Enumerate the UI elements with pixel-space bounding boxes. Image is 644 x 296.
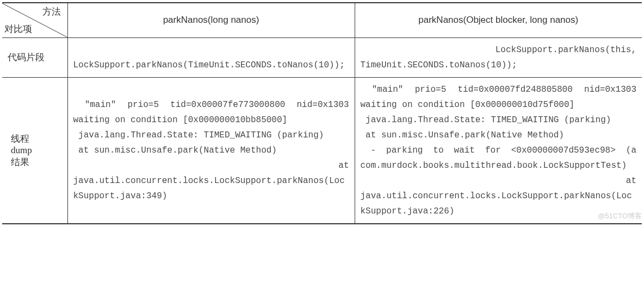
header-methods-label: 方法 bbox=[42, 5, 61, 18]
diagonal-header-cell: 方法 对比项 bbox=[2, 3, 67, 37]
code-snippet-cell-2: LockSupport.parkNanos(this, TimeUnit.SEC… bbox=[355, 37, 642, 77]
code-snippet-text: LockSupport.parkNanos(this, TimeUnit.SEC… bbox=[361, 42, 637, 73]
column-header-method-2: parkNanos(Object blocker, long nanos) bbox=[355, 3, 642, 37]
code-snippet-cell-1: LockSupport.parkNanos(TimeUnit.SECONDS.t… bbox=[67, 37, 355, 77]
header-compare-label: 对比项 bbox=[4, 23, 32, 35]
code-snippet-text: LockSupport.parkNanos(TimeUnit.SECONDS.t… bbox=[73, 42, 349, 73]
watermark-text: @51CTO博客 bbox=[598, 211, 642, 221]
row-label-line-3: 结果 bbox=[11, 156, 62, 168]
thread-dump-text: "main" prio=5 tid=0x00007fd248805800 nid… bbox=[361, 82, 637, 219]
row-label-line-1: 线程 bbox=[11, 133, 62, 145]
comparison-table: 方法 对比项 parkNanos(long nanos) parkNanos(O… bbox=[2, 2, 642, 224]
column-header-method-1: parkNanos(long nanos) bbox=[67, 3, 355, 37]
thread-dump-cell-1: "main" prio=5 tid=0x00007fe773000800 nid… bbox=[67, 77, 355, 224]
thread-dump-text: "main" prio=5 tid=0x00007fe773000800 nid… bbox=[73, 97, 349, 204]
row-label-line-2: dump bbox=[11, 145, 62, 156]
row-label-code-snippet: 代码片段 bbox=[2, 37, 67, 77]
row-label-thread-dump: 线程 dump 结果 bbox=[2, 77, 67, 224]
thread-dump-cell-2: "main" prio=5 tid=0x00007fd248805800 nid… bbox=[355, 77, 642, 224]
